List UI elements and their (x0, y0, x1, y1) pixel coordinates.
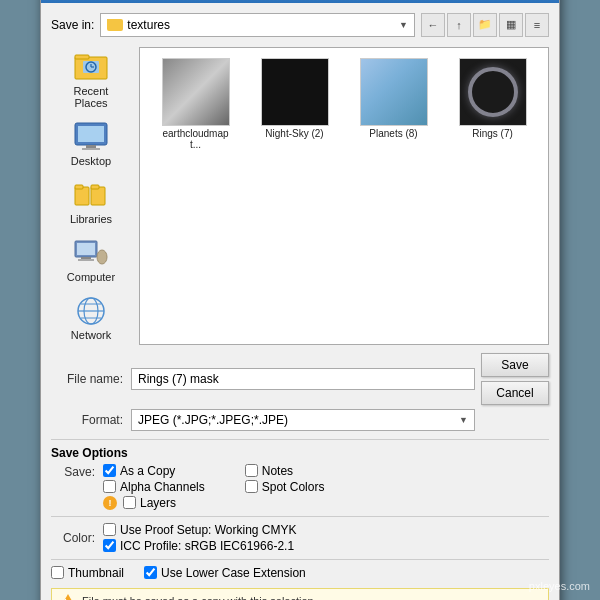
libraries-icon (73, 179, 109, 211)
file-name-earthcloud: earthcloudmapt... (162, 128, 230, 150)
format-label: Format: (51, 413, 131, 427)
svg-rect-17 (78, 259, 94, 261)
view-list-button[interactable]: ≡ (525, 13, 549, 37)
save-in-arrow-icon: ▼ (399, 20, 408, 30)
new-folder-button[interactable]: 📁 (473, 13, 497, 37)
file-name-input[interactable] (131, 368, 475, 390)
sidebar-item-computer[interactable]: Computer (56, 233, 126, 287)
sidebar-desktop-label: Desktop (71, 155, 111, 167)
thumbnail-label: Thumbnail (68, 566, 124, 580)
svg-rect-9 (82, 148, 100, 150)
view-button[interactable]: ▦ (499, 13, 523, 37)
svg-rect-1 (75, 55, 89, 59)
layers-checkbox[interactable] (123, 496, 136, 509)
computer-icon (73, 237, 109, 269)
use-proof-checkbox[interactable] (103, 523, 116, 536)
cancel-button[interactable]: Cancel (481, 381, 549, 405)
file-item-earthcloud[interactable]: earthcloudmapt... (148, 56, 243, 152)
back-button[interactable]: ← (421, 13, 445, 37)
format-dropdown[interactable]: JPEG (*.JPG;*.JPEG;*.JPE) ▼ (131, 409, 475, 431)
as-a-copy-checkbox[interactable] (103, 464, 116, 477)
sidebar-item-libraries[interactable]: Libraries (56, 175, 126, 229)
file-browser: earthcloudmapt... Night-Sky (2) Planets … (139, 47, 549, 345)
file-name-planets: Planets (8) (369, 128, 417, 139)
icc-profile-checkbox[interactable] (103, 539, 116, 552)
svg-rect-12 (91, 187, 105, 205)
svg-rect-10 (75, 187, 89, 205)
ring-thumb-graphic (468, 67, 518, 117)
svg-point-18 (97, 250, 107, 264)
sidebar-item-recent-places[interactable]: Recent Places (56, 47, 126, 113)
format-value: JPEG (*.JPG;*.JPEG;*.JPE) (138, 413, 288, 427)
spot-colors-checkbox[interactable] (245, 480, 258, 493)
format-arrow-icon: ▼ (459, 415, 468, 425)
layers-label: Layers (140, 496, 176, 510)
file-name-nightsky: Night-Sky (2) (265, 128, 323, 139)
recent-places-icon (73, 51, 109, 83)
file-item-nightsky[interactable]: Night-Sky (2) (247, 56, 342, 152)
warning-text: File must be saved as a copy with this s… (82, 595, 317, 601)
color-label: Color: (51, 531, 103, 545)
sidebar-recent-places-label: Recent Places (60, 85, 122, 109)
svg-rect-15 (77, 243, 95, 255)
save-label: Save: (51, 464, 103, 479)
svg-rect-11 (75, 185, 83, 189)
warning-bar: File must be saved as a copy with this s… (51, 588, 549, 601)
icc-profile-label: ICC Profile: sRGB IEC61966-2.1 (120, 539, 294, 553)
sidebar-network-label: Network (71, 329, 111, 341)
file-name-rings: Rings (7) (472, 128, 513, 139)
sidebar-item-network[interactable]: Network (56, 291, 126, 345)
file-name-label: File name: (51, 372, 131, 386)
use-lower-case-checkbox[interactable] (144, 566, 157, 579)
save-in-dropdown[interactable]: textures ▼ (100, 13, 415, 37)
warning-icon: ! (103, 496, 117, 510)
up-folder-button[interactable]: ↑ (447, 13, 471, 37)
sidebar-item-desktop[interactable]: Desktop (56, 117, 126, 171)
save-in-value: textures (127, 18, 170, 32)
save-button[interactable]: Save (481, 353, 549, 377)
save-options-title: Save Options (51, 446, 549, 460)
file-item-rings[interactable]: Rings (7) (445, 56, 540, 152)
thumbnail-checkbox[interactable] (51, 566, 64, 579)
sidebar: Recent Places Desktop (51, 47, 131, 345)
as-a-copy-label: As a Copy (120, 464, 175, 478)
alpha-channels-label: Alpha Channels (120, 480, 205, 494)
use-lower-case-label: Use Lower Case Extension (161, 566, 306, 580)
svg-rect-13 (91, 185, 99, 189)
use-proof-label: Use Proof Setup: Working CMYK (120, 523, 297, 537)
watermark: pxleyes.com (529, 580, 590, 592)
alpha-channels-checkbox[interactable] (103, 480, 116, 493)
save-in-label: Save in: (51, 18, 94, 32)
notes-label: Notes (262, 464, 293, 478)
save-as-dialog: Ps Save As ─ □ ✕ Save in: textures ▼ ← ↑… (40, 0, 560, 600)
spot-colors-label: Spot Colors (262, 480, 325, 494)
folder-icon (107, 19, 123, 31)
svg-rect-7 (78, 126, 104, 142)
warning-triangle-icon (60, 594, 76, 601)
sidebar-computer-label: Computer (67, 271, 115, 283)
notes-checkbox[interactable] (245, 464, 258, 477)
network-icon (73, 295, 109, 327)
sidebar-libraries-label: Libraries (70, 213, 112, 225)
file-item-planets[interactable]: Planets (8) (346, 56, 441, 152)
desktop-icon (73, 121, 109, 153)
